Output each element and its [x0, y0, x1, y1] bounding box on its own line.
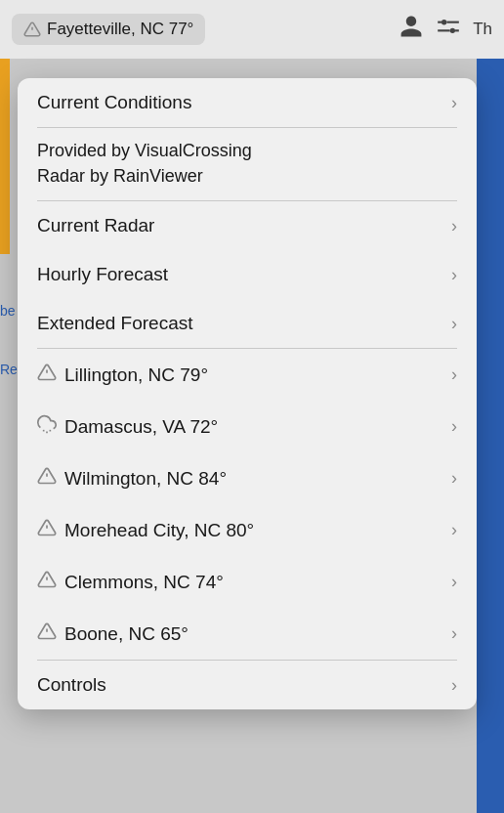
chevron-icon-morehead-city: ›: [451, 520, 457, 540]
menu-item-wilmington[interactable]: Wilmington, NC 84° ›: [18, 452, 477, 504]
blue-sidebar: [477, 59, 504, 813]
chevron-icon-wilmington: ›: [451, 468, 457, 489]
provided-by-block: Provided by VisualCrossingRadar by RainV…: [18, 128, 477, 200]
svg-point-3: [450, 28, 455, 33]
dropdown-menu: Current Conditions › Provided by VisualC…: [18, 78, 477, 709]
chevron-icon-hourly-forecast: ›: [451, 265, 457, 285]
settings-icon: [436, 14, 461, 39]
header-bar: Fayetteville, NC 77° Th: [0, 0, 504, 59]
menu-item-hourly-forecast[interactable]: Hourly Forecast ›: [18, 250, 477, 299]
location-button[interactable]: Fayetteville, NC 77°: [12, 14, 205, 45]
chevron-icon-controls: ›: [451, 675, 457, 696]
warning-icon-clemmons: [37, 570, 57, 594]
header-location-label: Fayetteville, NC 77°: [47, 20, 193, 39]
menu-item-damascus[interactable]: Damascus, VA 72° ›: [18, 401, 477, 452]
warning-icon-boone: [37, 621, 57, 646]
menu-item-clemmons[interactable]: Clemmons, NC 74° ›: [18, 556, 477, 608]
menu-item-boone[interactable]: Boone, NC 65° ›: [18, 608, 477, 660]
chevron-icon-clemmons: ›: [451, 572, 457, 592]
person-icon-button[interactable]: [399, 14, 424, 45]
menu-item-lillington[interactable]: Lillington, NC 79° ›: [18, 349, 477, 401]
warning-icon-morehead-city: [37, 518, 57, 542]
chevron-icon-boone: ›: [451, 623, 457, 644]
chevron-icon-current-conditions: ›: [451, 93, 457, 113]
warning-icon-wilmington: [37, 466, 57, 491]
chevron-icon-extended-forecast: ›: [451, 314, 457, 334]
chevron-icon-damascus: ›: [451, 416, 457, 437]
warning-icon-header: [23, 21, 41, 38]
settings-icon-button[interactable]: [436, 14, 461, 45]
svg-point-2: [441, 20, 446, 24]
header-icons: Th: [399, 14, 492, 45]
warning-icon-lillington: [37, 363, 57, 387]
chevron-icon-current-radar: ›: [451, 216, 457, 236]
provided-by-text: Provided by VisualCrossingRadar by RainV…: [37, 138, 457, 189]
menu-item-extended-forecast[interactable]: Extended Forecast ›: [18, 299, 477, 348]
menu-item-controls[interactable]: Controls ›: [18, 661, 477, 709]
menu-item-morehead-city[interactable]: Morehead City, NC 80° ›: [18, 504, 477, 556]
th-label: Th: [473, 20, 492, 39]
rain-icon-damascus: [37, 414, 57, 439]
menu-item-current-conditions[interactable]: Current Conditions ›: [18, 78, 477, 127]
person-icon: [399, 14, 424, 39]
left-strip: [0, 59, 10, 254]
menu-item-current-radar[interactable]: Current Radar ›: [18, 201, 477, 250]
chevron-icon-lillington: ›: [451, 364, 457, 385]
